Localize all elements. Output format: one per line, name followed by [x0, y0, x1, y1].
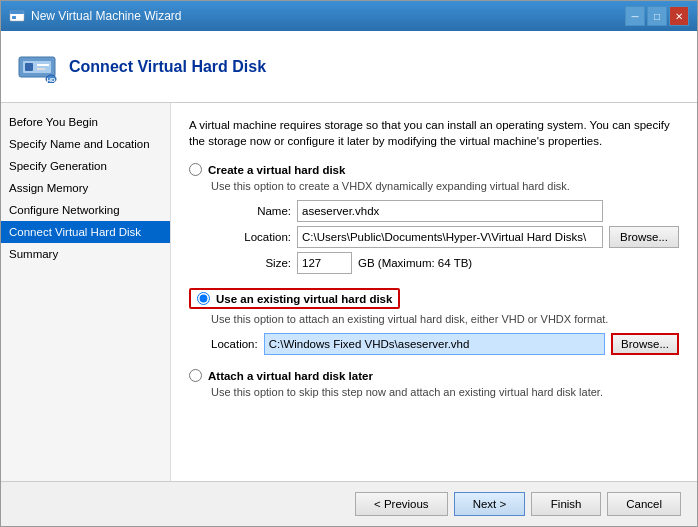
option1-desc: Use this option to create a VHDX dynamic…	[211, 180, 679, 192]
title-bar: New Virtual Machine Wizard ─ □ ✕	[1, 1, 697, 31]
sidebar: Before You Begin Specify Name and Locati…	[1, 103, 171, 481]
sidebar-item-assign-memory[interactable]: Assign Memory	[1, 177, 170, 199]
close-button[interactable]: ✕	[669, 6, 689, 26]
header: HD Connect Virtual Hard Disk	[1, 31, 697, 103]
option2-group: Use an existing virtual hard disk Use th…	[189, 288, 679, 355]
size-row: GB (Maximum: 64 TB)	[297, 252, 603, 274]
header-title: Connect Virtual Hard Disk	[69, 58, 266, 76]
previous-button[interactable]: < Previous	[355, 492, 448, 516]
main-content: Before You Begin Specify Name and Locati…	[1, 103, 697, 481]
finish-button[interactable]: Finish	[531, 492, 601, 516]
window-icon	[9, 8, 25, 24]
browse1-button[interactable]: Browse...	[609, 226, 679, 248]
option2-radio-label[interactable]: Use an existing virtual hard disk	[197, 292, 392, 305]
sidebar-item-specify-name[interactable]: Specify Name and Location	[1, 133, 170, 155]
sidebar-item-before-you-begin[interactable]: Before You Begin	[1, 111, 170, 133]
sidebar-item-specify-generation[interactable]: Specify Generation	[1, 155, 170, 177]
window: New Virtual Machine Wizard ─ □ ✕ HD Conn…	[0, 0, 698, 527]
size-input[interactable]	[297, 252, 352, 274]
option3-desc: Use this option to skip this step now an…	[211, 386, 679, 398]
option3-radio[interactable]	[189, 369, 202, 382]
window-controls: ─ □ ✕	[625, 6, 689, 26]
content-area: A virtual machine requires storage so th…	[171, 103, 697, 481]
sidebar-item-connect-vhd[interactable]: Connect Virtual Hard Disk	[1, 221, 170, 243]
sidebar-item-configure-networking[interactable]: Configure Networking	[1, 199, 170, 221]
minimize-button[interactable]: ─	[625, 6, 645, 26]
option3-label: Attach a virtual hard disk later	[208, 370, 373, 382]
footer: < Previous Next > Finish Cancel	[1, 481, 697, 526]
option1-group: Create a virtual hard disk Use this opti…	[189, 163, 679, 274]
size-label: Size:	[211, 257, 291, 269]
option2-label: Use an existing virtual hard disk	[216, 293, 392, 305]
header-icon: HD	[17, 51, 57, 83]
window-title: New Virtual Machine Wizard	[31, 9, 625, 23]
option1-radio-label[interactable]: Create a virtual hard disk	[189, 163, 679, 176]
option2-highlight-box: Use an existing virtual hard disk	[189, 288, 400, 309]
location1-label: Location:	[211, 231, 291, 243]
option1-fields: Name: Location: Browse... Size: GB (Maxi…	[211, 200, 679, 274]
location1-input[interactable]	[297, 226, 603, 248]
description-text: A virtual machine requires storage so th…	[189, 117, 679, 149]
browse2-button[interactable]: Browse...	[611, 333, 679, 355]
next-button[interactable]: Next >	[454, 492, 526, 516]
option1-label: Create a virtual hard disk	[208, 164, 345, 176]
svg-rect-7	[37, 68, 45, 70]
cancel-button[interactable]: Cancel	[607, 492, 681, 516]
svg-rect-6	[37, 64, 49, 66]
svg-rect-2	[12, 16, 16, 19]
name-input[interactable]	[297, 200, 603, 222]
name-label: Name:	[211, 205, 291, 217]
location2-label: Location:	[211, 338, 258, 350]
option3-group: Attach a virtual hard disk later Use thi…	[189, 369, 679, 398]
sidebar-item-summary[interactable]: Summary	[1, 243, 170, 265]
svg-text:HD: HD	[47, 77, 56, 83]
option3-radio-label[interactable]: Attach a virtual hard disk later	[189, 369, 679, 382]
option2-fields: Location: Browse...	[211, 333, 679, 355]
size-suffix: GB (Maximum: 64 TB)	[358, 257, 472, 269]
option2-radio[interactable]	[197, 292, 210, 305]
option2-desc: Use this option to attach an existing vi…	[211, 313, 679, 325]
location2-input[interactable]	[264, 333, 605, 355]
maximize-button[interactable]: □	[647, 6, 667, 26]
svg-rect-1	[10, 11, 24, 14]
svg-rect-5	[25, 63, 33, 71]
option1-radio[interactable]	[189, 163, 202, 176]
